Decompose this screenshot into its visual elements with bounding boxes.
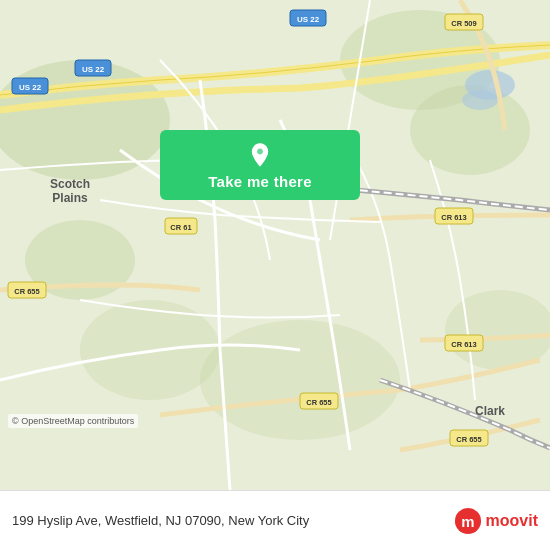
- svg-text:US 22: US 22: [19, 83, 42, 92]
- svg-text:CR 509: CR 509: [451, 19, 476, 28]
- moovit-brand-text: moovit: [486, 512, 538, 530]
- svg-text:Clark: Clark: [475, 404, 505, 418]
- osm-attribution: © OpenStreetMap contributors: [8, 414, 138, 428]
- svg-text:Scotch: Scotch: [50, 177, 90, 191]
- moovit-logo-icon: m: [454, 507, 482, 535]
- take-me-there-button[interactable]: Take me there: [160, 130, 360, 200]
- svg-text:m: m: [461, 512, 474, 529]
- svg-text:US 22: US 22: [82, 65, 105, 74]
- svg-text:CR 613: CR 613: [451, 340, 476, 349]
- map-pin-icon: [246, 141, 274, 169]
- svg-text:CR 655: CR 655: [456, 435, 481, 444]
- svg-text:CR 655: CR 655: [306, 398, 331, 407]
- bottom-bar: 199 Hyslip Ave, Westfield, NJ 07090, New…: [0, 490, 550, 550]
- svg-text:CR 655: CR 655: [14, 287, 39, 296]
- button-label: Take me there: [208, 173, 312, 190]
- svg-point-4: [200, 320, 400, 440]
- svg-text:US 22: US 22: [297, 15, 320, 24]
- svg-point-9: [462, 90, 498, 110]
- map-container: US 22 US 22 US 22 CR 509 CR 613 CR 613 C…: [0, 0, 550, 490]
- svg-point-7: [445, 290, 550, 370]
- svg-text:CR 613: CR 613: [441, 213, 466, 222]
- address-text: 199 Hyslip Ave, Westfield, NJ 07090, New…: [12, 513, 454, 528]
- svg-text:Plains: Plains: [52, 191, 88, 205]
- svg-text:CR 61: CR 61: [170, 223, 191, 232]
- moovit-logo: m moovit: [454, 507, 538, 535]
